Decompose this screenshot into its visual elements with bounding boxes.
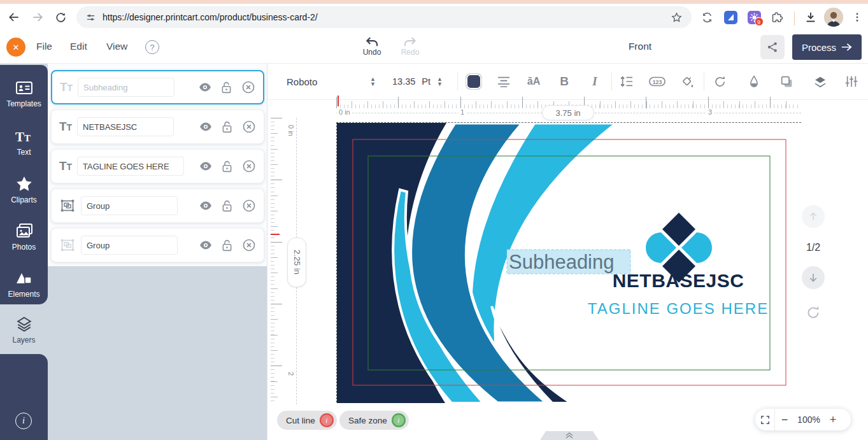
vertical-ruler: 0 in 2 2.25 in [271, 118, 297, 404]
browser-forward-button[interactable] [27, 7, 48, 27]
rotate-icon [713, 75, 727, 89]
layer-name-input[interactable] [81, 196, 178, 215]
layer-visibility-button[interactable] [199, 199, 213, 213]
numbering-button[interactable]: 123 [646, 70, 669, 93]
cut-line-toggle[interactable]: Cut line i [277, 411, 337, 430]
sliders-icon [844, 75, 858, 88]
menu-file[interactable]: File [36, 41, 52, 52]
layer-lock-button[interactable] [220, 80, 234, 94]
safe-zone-toggle[interactable]: Safe zone i [339, 411, 409, 430]
layer-lock-button[interactable] [220, 120, 234, 134]
close-editor-button[interactable]: ✕ [6, 38, 25, 57]
layer-delete-button[interactable] [242, 159, 256, 173]
layer-row-tagline[interactable]: TT [51, 149, 264, 183]
layer-name-input[interactable] [78, 78, 174, 97]
text-case-button[interactable]: āA [522, 70, 545, 93]
layer-delete-button[interactable] [242, 120, 256, 134]
extension-blue-icon[interactable] [722, 8, 739, 26]
layer-name-input[interactable] [81, 236, 178, 255]
menu-view[interactable]: View [106, 41, 127, 52]
browser-reload-button[interactable] [50, 7, 71, 27]
layer-delete-button[interactable] [242, 238, 256, 252]
bottom-drawer-tab[interactable] [540, 431, 599, 440]
text-layer-icon: TT [60, 80, 78, 94]
layer-stack-icon [813, 75, 827, 89]
tool-sidebar: Templates TT Text Cliparts Photos Elemen… [0, 64, 48, 440]
sidebar-item-cliparts[interactable]: Cliparts [0, 167, 48, 213]
card-company-text[interactable]: NETBASEJSC [613, 270, 744, 291]
safe-zone-label: Safe zone [348, 416, 387, 425]
menu-edit[interactable]: Edit [70, 41, 87, 52]
share-button[interactable] [760, 35, 785, 59]
elements-icon [15, 270, 33, 287]
eye-icon [199, 120, 213, 134]
layer-visibility-button[interactable] [199, 120, 213, 134]
layer-row-subheading[interactable]: TT [51, 70, 264, 104]
sidebar-item-templates[interactable]: Templates [0, 71, 48, 117]
font-size-control[interactable]: 13.35 Pt ▲▼ [392, 71, 443, 92]
text-icon: TT [15, 129, 34, 145]
line-height-button[interactable] [615, 70, 638, 93]
rotate-button[interactable] [708, 70, 731, 93]
zoom-out-button[interactable]: − [775, 410, 794, 429]
design-canvas-card[interactable]: Subheading NETBASEJSC TAGLINE GOES HERE [336, 122, 801, 402]
opacity-button[interactable] [743, 70, 765, 93]
layer-row-netbasejsc[interactable]: TT [51, 110, 264, 144]
advanced-settings-button[interactable] [840, 70, 863, 93]
layer-lock-button[interactable] [220, 238, 234, 252]
layer-visibility-button[interactable] [198, 80, 212, 94]
extension-purple-icon[interactable]: 9 [745, 8, 763, 26]
sidebar-item-text[interactable]: TT Text [0, 120, 48, 166]
undo-button[interactable]: Undo [358, 36, 386, 61]
browser-back-button[interactable] [4, 7, 24, 27]
layer-row-group-1[interactable] [51, 188, 264, 223]
layer-delete-button[interactable] [242, 199, 256, 213]
sidebar-item-layers[interactable]: Layers [0, 307, 48, 353]
text-color-button[interactable] [462, 70, 485, 93]
site-settings-icon[interactable] [85, 12, 96, 23]
text-align-button[interactable] [492, 70, 515, 93]
layer-visibility-button[interactable] [199, 159, 213, 173]
sidebar-item-photos[interactable]: Photos [0, 214, 48, 260]
info-button[interactable]: i [15, 413, 32, 429]
layer-name-input[interactable] [77, 117, 174, 136]
card-tagline-text[interactable]: TAGLINE GOES HERE [588, 300, 769, 317]
italic-button[interactable]: I [583, 70, 606, 93]
previous-side-button[interactable] [802, 205, 825, 228]
browser-menu-button[interactable] [848, 8, 866, 26]
safe-zone-info-icon[interactable]: i [392, 413, 406, 427]
font-family-select[interactable]: Roboto ▲▼ [287, 71, 376, 92]
cut-line-info-icon[interactable]: i [320, 413, 334, 427]
layer-order-button[interactable] [809, 70, 832, 93]
rotate-view-button[interactable] [806, 304, 822, 321]
layer-delete-button[interactable] [241, 80, 255, 94]
url-bar[interactable]: https://designer.printcart.com/product/b… [76, 6, 692, 28]
photos-icon [15, 223, 33, 239]
help-button[interactable]: ? [145, 40, 159, 54]
url-text[interactable]: https://designer.printcart.com/product/b… [103, 12, 671, 22]
process-label: Process [802, 42, 836, 53]
bold-button[interactable]: B [553, 70, 576, 93]
layer-lock-button[interactable] [220, 199, 234, 213]
profile-avatar[interactable] [824, 8, 843, 27]
redo-button[interactable]: Redo [396, 36, 424, 61]
bookmark-star-icon[interactable] [671, 11, 683, 24]
sidebar-item-elements[interactable]: Elements [0, 261, 48, 307]
undo-label: Undo [363, 48, 381, 57]
remove-circle-icon [242, 238, 256, 252]
layer-name-input[interactable] [77, 157, 184, 176]
downloads-button[interactable] [802, 8, 820, 26]
layer-lock-button[interactable] [220, 159, 234, 173]
eye-icon [199, 199, 213, 213]
layer-visibility-button[interactable] [199, 238, 213, 252]
zoom-in-button[interactable]: + [823, 410, 843, 429]
extensions-puzzle-button[interactable] [768, 8, 786, 26]
process-button[interactable]: Process [792, 34, 862, 60]
shadow-button[interactable] [775, 70, 798, 93]
fill-color-button[interactable] [676, 70, 699, 93]
avatar-photo [824, 8, 843, 27]
next-side-button[interactable] [802, 266, 825, 289]
extension-recycle-icon[interactable] [698, 8, 716, 26]
layer-row-group-2[interactable] [51, 228, 264, 262]
fullscreen-button[interactable] [755, 410, 774, 429]
